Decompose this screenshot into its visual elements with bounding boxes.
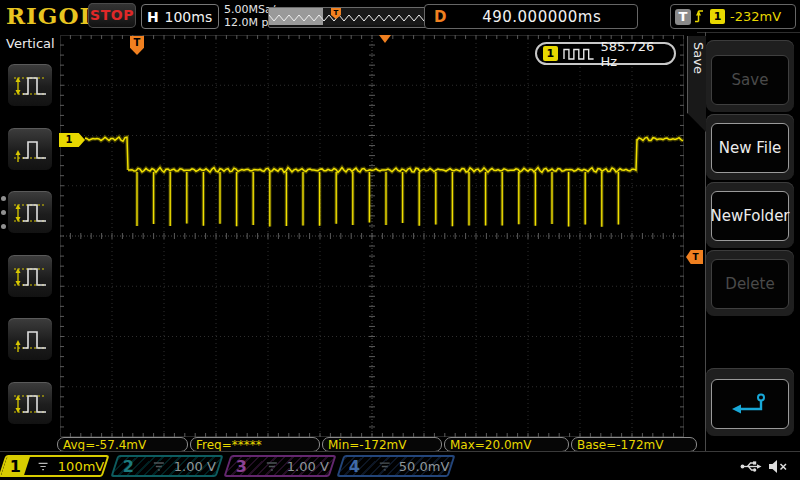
ground-coupling-icon [265, 461, 279, 472]
vmin-icon [12, 134, 48, 164]
menu-button-new-folder-label: NewFolder [711, 191, 789, 241]
page-indicator-dot [1, 196, 6, 201]
channel-1-number: 1 [1, 457, 30, 475]
vbase-icon [12, 324, 48, 354]
square-wave-icon [563, 48, 595, 60]
menu-button-new-folder[interactable]: NewFolder [706, 182, 794, 248]
channel-3-badge[interactable]: 3 1.00 V [223, 455, 336, 477]
page-indicator-dot [1, 224, 6, 229]
sidebar-item-vbase[interactable] [7, 317, 53, 361]
delay-box[interactable]: D 490.000000ms [424, 4, 638, 29]
page-indicator-dot [1, 210, 6, 215]
return-arrow-icon [728, 392, 772, 416]
menu-button-back[interactable] [706, 368, 794, 436]
ground-coupling-icon [37, 461, 49, 472]
ground-coupling-icon [152, 461, 166, 472]
rising-edge-icon [694, 8, 707, 25]
trigger-source-badge: 1 [710, 9, 725, 24]
waveform-display-area: T T 1 1 585.726 Hz Avg=-57.4mV Freq=****… [57, 32, 697, 451]
trigger-level-marker[interactable]: T [686, 250, 703, 264]
sidebar-item-vpp[interactable] [7, 190, 53, 234]
menu-button-delete[interactable]: Delete [706, 250, 794, 316]
delay-value: 490.000000ms [446, 8, 637, 26]
svg-text:T: T [334, 9, 339, 17]
run-state-badge[interactable]: STOP [88, 3, 136, 28]
frequency-counter-badge: 1 585.726 Hz [535, 42, 676, 65]
channel-1-badge[interactable]: 1 100mV [0, 455, 110, 477]
channel-3-scale: 1.00 V [287, 459, 329, 474]
measurement-avg[interactable]: Avg=-57.4mV [57, 437, 188, 452]
menu-button-new-file-label: New File [711, 123, 789, 173]
vertical-measure-sidebar: Vertical Vmax Vmin Vpp [0, 32, 57, 451]
channel-4-scale: 50.0mV [399, 459, 450, 474]
channel-4-number: 4 [339, 457, 371, 475]
trigger-box[interactable]: T 1 -232mV [670, 4, 796, 29]
delay-label: D [434, 8, 446, 26]
menu-button-new-file[interactable]: New File [706, 114, 794, 180]
measurement-max[interactable]: Max=20.0mV [444, 437, 569, 452]
speaker-muted-icon[interactable] [768, 459, 788, 474]
timebase-value: 100ms [159, 9, 218, 25]
vmax-icon [12, 70, 48, 100]
vtop-icon [12, 261, 48, 291]
sidebar-title: Vertical [6, 36, 55, 51]
horizontal-timebase-box[interactable]: H 100ms [141, 4, 219, 29]
channel-3-number: 3 [226, 457, 258, 475]
menu-button-save-label: Save [711, 55, 789, 105]
channel-1-scale: 100mV [58, 459, 104, 474]
ground-coupling-icon [378, 461, 392, 472]
channel-4-badge[interactable]: 4 50.0mV [336, 455, 455, 477]
measurement-min[interactable]: Min=-172mV [322, 437, 442, 452]
channel-2-scale: 1.00 V [174, 459, 216, 474]
vpp-icon [12, 197, 48, 227]
vamp-icon [12, 388, 48, 418]
sidebar-item-vmax[interactable] [7, 63, 53, 107]
channel-status-bar: 1 100mV 2 1.00 V 3 1.00 V 4 50.0mV [0, 451, 800, 480]
delay-position-marker[interactable] [379, 35, 391, 43]
trigger-label: T [675, 9, 691, 25]
channel-2-number: 2 [113, 457, 145, 475]
channel-2-badge[interactable]: 2 1.00 V [110, 455, 223, 477]
rigol-logo: RIGOL [6, 2, 97, 29]
horizontal-label: H [147, 9, 159, 25]
trigger-level-value: -232mV [730, 9, 781, 24]
sidebar-item-vamp[interactable] [7, 381, 53, 425]
measurement-base[interactable]: Base=-172mV [571, 437, 697, 452]
top-status-bar: RIGOL STOP H 100ms 5.00MSa/s 12.0M pts T… [0, 0, 800, 33]
sidebar-item-vmin[interactable] [7, 127, 53, 171]
counter-frequency-value: 585.726 Hz [600, 39, 674, 69]
counter-channel-badge: 1 [543, 46, 558, 61]
channel1-waveform [60, 35, 684, 437]
measurement-freq[interactable]: Freq=***** [190, 437, 320, 452]
sidebar-item-vtop[interactable] [7, 254, 53, 298]
usb-icon [740, 459, 762, 474]
menu-button-delete-label: Delete [711, 259, 789, 309]
menu-button-save[interactable]: Save [706, 40, 794, 112]
